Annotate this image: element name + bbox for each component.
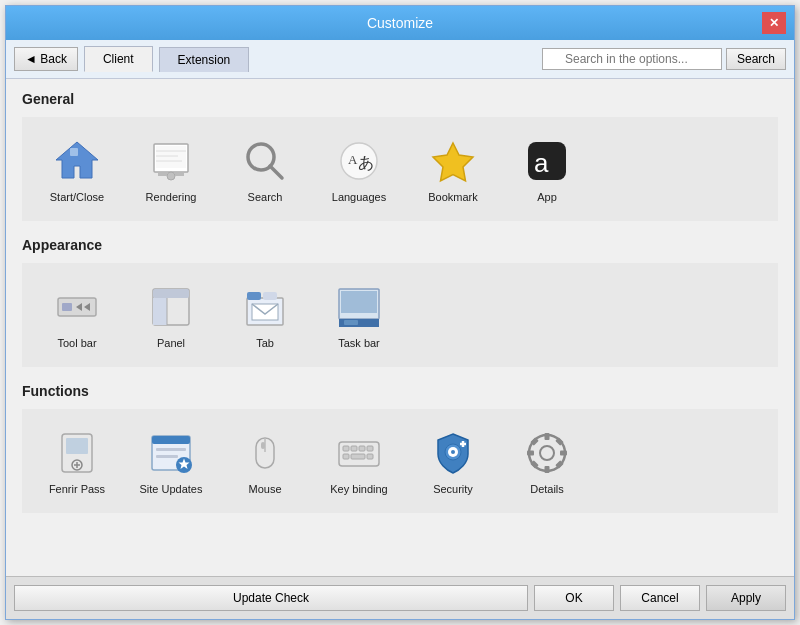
key-binding-icon (336, 430, 382, 476)
item-fenrir-pass[interactable]: Fenrir Pass (32, 419, 122, 503)
svg-rect-49 (343, 446, 349, 451)
functions-title: Functions (22, 383, 778, 399)
svg-text:A: A (348, 152, 358, 167)
house-icon (54, 138, 100, 184)
svg-rect-19 (62, 303, 72, 311)
details-icon-box (521, 427, 573, 479)
svg-rect-35 (66, 438, 88, 454)
languages-label: Languages (332, 191, 386, 203)
panel-label: Panel (157, 337, 185, 349)
item-app[interactable]: a App (502, 127, 592, 211)
svg-marker-15 (433, 143, 473, 181)
functions-section: Functions Fenrir Pass (22, 383, 778, 513)
security-label: Security (433, 483, 473, 495)
item-security[interactable]: Security (408, 419, 498, 503)
item-taskbar[interactable]: Task bar (314, 273, 404, 357)
svg-rect-53 (343, 454, 349, 459)
apply-button[interactable]: Apply (706, 585, 786, 611)
search-button[interactable]: Search (726, 48, 786, 70)
functions-grid: Fenrir Pass Site U (22, 409, 778, 513)
tab-icon-box (239, 281, 291, 333)
item-rendering[interactable]: Rendering (126, 127, 216, 211)
panel-icon (148, 284, 194, 330)
panel-icon-box (145, 281, 197, 333)
site-updates-icon (148, 430, 194, 476)
tab-extension[interactable]: Extension (159, 47, 250, 72)
svg-rect-50 (351, 446, 357, 451)
start-close-icon-box (51, 135, 103, 187)
security-icon-box (427, 427, 479, 479)
item-details[interactable]: Details (502, 419, 592, 503)
appearance-section: Appearance Tool bar (22, 237, 778, 367)
svg-rect-47 (261, 442, 265, 449)
svg-rect-66 (560, 451, 567, 456)
bookmark-label: Bookmark (428, 191, 478, 203)
search-input-wrap: 🔍 (542, 48, 722, 70)
svg-rect-32 (341, 291, 377, 313)
svg-rect-55 (367, 454, 373, 459)
title-bar: Customize ✕ (6, 6, 794, 40)
app-icon-box: a (521, 135, 573, 187)
item-key-binding[interactable]: Key binding (314, 419, 404, 503)
tab-client[interactable]: Client (84, 46, 153, 72)
close-button[interactable]: ✕ (762, 12, 786, 34)
svg-rect-28 (263, 292, 277, 300)
search-input[interactable] (542, 48, 722, 70)
key-binding-icon-box (333, 427, 385, 479)
svg-rect-52 (367, 446, 373, 451)
svg-line-11 (270, 166, 282, 178)
start-close-label: Start/Close (50, 191, 104, 203)
site-updates-label: Site Updates (140, 483, 203, 495)
svg-rect-3 (156, 146, 186, 168)
taskbar-label: Task bar (338, 337, 380, 349)
rendering-label: Rendering (146, 191, 197, 203)
tab-label: Tab (256, 337, 274, 349)
fenrir-pass-label: Fenrir Pass (49, 483, 105, 495)
svg-rect-27 (247, 292, 261, 300)
languages-icon-box: A あ (333, 135, 385, 187)
cancel-button[interactable]: Cancel (620, 585, 700, 611)
svg-rect-65 (527, 451, 534, 456)
search-label: Search (248, 191, 283, 203)
back-button[interactable]: ◄ Back (14, 47, 78, 71)
item-search[interactable]: Search (220, 127, 310, 211)
rendering-icon (148, 138, 194, 184)
security-icon (430, 430, 476, 476)
item-panel[interactable]: Panel (126, 273, 216, 357)
rendering-icon-box (145, 135, 197, 187)
key-binding-label: Key binding (330, 483, 388, 495)
mouse-icon (242, 430, 288, 476)
mouse-icon-box (239, 427, 291, 479)
item-toolbar[interactable]: Tool bar (32, 273, 122, 357)
svg-rect-24 (153, 298, 167, 325)
content-area: General Start/Close (6, 79, 794, 576)
svg-rect-1 (70, 148, 78, 156)
site-updates-icon-box (145, 427, 197, 479)
tab-icon (242, 284, 288, 330)
item-start-close[interactable]: Start/Close (32, 127, 122, 211)
update-check-button[interactable]: Update Check (14, 585, 528, 611)
ok-button[interactable]: OK (534, 585, 614, 611)
item-mouse[interactable]: Mouse (220, 419, 310, 503)
bottom-bar: Update Check OK Cancel Apply (6, 576, 794, 619)
appearance-title: Appearance (22, 237, 778, 253)
mouse-label: Mouse (248, 483, 281, 495)
search-area: 🔍 Search (542, 48, 786, 70)
details-label: Details (530, 483, 564, 495)
toolbar-icon (54, 284, 100, 330)
general-title: General (22, 91, 778, 107)
item-tab[interactable]: Tab (220, 273, 310, 357)
item-bookmark[interactable]: Bookmark (408, 127, 498, 211)
svg-rect-42 (156, 455, 178, 458)
window-title: Customize (38, 15, 762, 31)
item-languages[interactable]: A あ Languages (314, 127, 404, 211)
bookmark-icon (430, 138, 476, 184)
svg-rect-8 (158, 173, 167, 176)
svg-rect-41 (156, 448, 186, 451)
item-site-updates[interactable]: Site Updates (126, 419, 216, 503)
toolbar-label: Tool bar (57, 337, 96, 349)
svg-marker-0 (56, 142, 98, 178)
toolbar-icon-box (51, 281, 103, 333)
general-grid: Start/Close (22, 117, 778, 221)
svg-rect-40 (152, 436, 190, 444)
